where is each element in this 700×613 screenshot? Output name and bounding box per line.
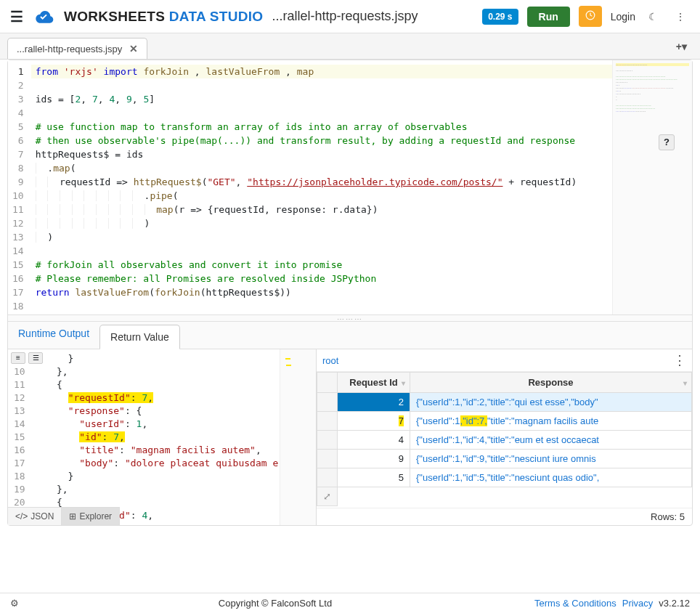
- help-button[interactable]: ?: [659, 134, 675, 150]
- row-grip[interactable]: [317, 393, 338, 412]
- rows-count: Rows: 5: [317, 508, 692, 525]
- json-viewer[interactable]: } }, { "requestId": 7, "response": { "us…: [31, 349, 280, 525]
- cell-response[interactable]: {"userId":1,"id":9,"title":"nesciunt iur…: [410, 450, 692, 468]
- editor-minimap[interactable]: ------------------------ ------------- -…: [612, 60, 692, 314]
- settings-gear-icon[interactable]: ⚙: [10, 598, 19, 609]
- cell-response[interactable]: {"userId":1,"id":5,"title":"nesciunt qua…: [410, 468, 692, 487]
- tree-view-icon[interactable]: ☰: [28, 352, 43, 364]
- cloud-logo-icon: [32, 8, 55, 25]
- grid-icon: ⊞: [69, 511, 76, 521]
- row-selector-header[interactable]: [317, 373, 338, 393]
- table-row[interactable]: 4{"userId":1,"id":4,"title":"eum et est …: [317, 431, 692, 450]
- login-link[interactable]: Login: [611, 11, 635, 23]
- cell-response[interactable]: {"userId":1,"id":4,"title":"eum et est o…: [410, 431, 692, 450]
- table-row[interactable]: 7{"userId":1,"id":7,"title":"magnam faci…: [317, 412, 692, 431]
- col-header-request-id[interactable]: Request Id▾: [338, 373, 410, 393]
- version-label: v3.2.12: [659, 598, 690, 609]
- copyright-text: Copyright © FalconSoft Ltd: [19, 598, 532, 609]
- panel-splitter[interactable]: ⋯⋯⋯: [8, 314, 692, 322]
- cell-request-id[interactable]: 9: [338, 450, 410, 468]
- row-grip[interactable]: [317, 468, 338, 487]
- run-button[interactable]: Run: [527, 7, 570, 27]
- tab-return-value[interactable]: Return Value: [99, 325, 180, 349]
- tab-label: ...rallel-http-requests.jspy: [17, 44, 122, 54]
- more-menu-icon[interactable]: ⋮: [671, 8, 690, 25]
- col-header-response[interactable]: Response▾: [410, 373, 692, 393]
- cell-request-id[interactable]: 7: [338, 412, 410, 431]
- run-time-badge: 0.29 s: [482, 9, 518, 25]
- cell-response[interactable]: {"userId":1,"id":2,"title":"qui est esse…: [410, 393, 692, 412]
- table-row[interactable]: 5{"userId":1,"id":5,"title":"nesciunt qu…: [317, 468, 692, 487]
- schedule-button[interactable]: [579, 6, 602, 27]
- table-row[interactable]: 2{"userId":1,"id":2,"title":"qui est ess…: [317, 393, 692, 412]
- filter-icon[interactable]: ▾: [683, 378, 687, 386]
- row-grip[interactable]: [317, 412, 338, 431]
- tab-runtime-output[interactable]: Runtime Output: [8, 322, 99, 349]
- table-row[interactable]: 9{"userId":1,"id":9,"title":"nesciunt iu…: [317, 450, 692, 468]
- view-mode-json[interactable]: </>JSON: [8, 508, 62, 525]
- code-icon: </>: [15, 511, 28, 521]
- grid-more-icon[interactable]: ⋮: [673, 352, 686, 368]
- result-grid[interactable]: Request Id▾ Response▾ 2{"userId":1,"id":…: [317, 372, 692, 506]
- close-tab-icon[interactable]: ✕: [129, 43, 138, 54]
- expand-rows-icon[interactable]: ⤢: [317, 487, 338, 506]
- cell-response[interactable]: {"userId":1,"id":7,"title":"magnam facil…: [410, 412, 692, 431]
- privacy-link[interactable]: Privacy: [622, 598, 654, 609]
- view-mode-explorer[interactable]: ⊞Explorer: [62, 508, 120, 525]
- row-grip[interactable]: [317, 431, 338, 450]
- list-view-icon[interactable]: ≡: [11, 352, 25, 364]
- theme-toggle-icon[interactable]: ☾: [644, 8, 662, 25]
- filter-icon[interactable]: ▾: [402, 378, 405, 386]
- json-gutter: 9101112131415161718192021: [8, 349, 31, 525]
- editor-gutter: 123456789101112131415161718: [8, 60, 31, 314]
- json-minimap[interactable]: - - - ------ ---- ----- ------ ---------…: [280, 349, 316, 525]
- code-editor[interactable]: 123456789101112131415161718 from 'rxjs' …: [8, 60, 692, 314]
- add-tab-button[interactable]: +▾: [670, 38, 693, 55]
- editor-code[interactable]: from 'rxjs' import forkJoin , lastValueF…: [31, 60, 612, 314]
- file-title: ...rallel-http-requests.jspy: [272, 9, 418, 24]
- cell-request-id[interactable]: 5: [338, 468, 410, 487]
- breadcrumb-root[interactable]: root: [322, 355, 338, 366]
- terms-link[interactable]: Terms & Conditions: [534, 598, 616, 609]
- clock-icon: [585, 12, 595, 23]
- menu-icon[interactable]: ☰: [10, 8, 23, 25]
- editor-tab[interactable]: ...rallel-http-requests.jspy ✕: [7, 38, 147, 59]
- row-grip[interactable]: [317, 450, 338, 468]
- cell-request-id[interactable]: 4: [338, 431, 410, 450]
- cell-request-id[interactable]: 2: [338, 393, 410, 412]
- brand-title: WORKSHEETS DATA STUDIO: [64, 9, 263, 25]
